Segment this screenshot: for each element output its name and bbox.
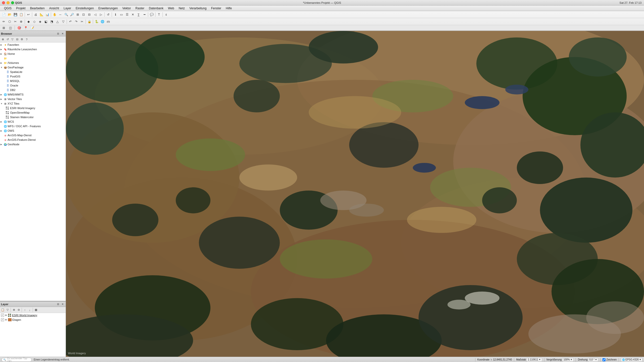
close-button[interactable] bbox=[2, 1, 5, 4]
browser-item-ows[interactable]: ▶ 🌐 OWS bbox=[0, 128, 66, 133]
toolbar-tips[interactable]: T bbox=[156, 12, 162, 17]
browser-item-stamen[interactable]: Stamen Watercolor bbox=[0, 115, 66, 119]
layer-visible-esri[interactable] bbox=[1, 314, 4, 317]
layer-remove[interactable]: ⊖ bbox=[16, 308, 21, 312]
toolbar-pan-map[interactable]: ↔ bbox=[58, 12, 63, 17]
menu-hilfe[interactable]: Hilfe bbox=[224, 6, 234, 11]
epsg-select[interactable]: 🌐 EPSG:4326 ▼ bbox=[621, 358, 642, 362]
menu-erweiterungen[interactable]: Erweiterungen bbox=[96, 6, 120, 11]
browser-item-osm[interactable]: OpenStreetMap bbox=[0, 110, 66, 115]
toolbar-node2[interactable]: ◇ bbox=[31, 19, 37, 24]
toolbar-node4[interactable]: ⬕ bbox=[43, 19, 49, 24]
toolbar-zoom-back[interactable]: ◁ bbox=[92, 12, 98, 17]
menu-verarbeitung[interactable]: Verarbeitung bbox=[187, 6, 209, 11]
toolbar-zoom-next[interactable]: ▷ bbox=[98, 12, 104, 17]
toolbar-edit1[interactable]: ↶ bbox=[68, 19, 73, 24]
browser-item-postgis[interactable]: 🗄 PostGIS bbox=[0, 74, 66, 79]
toolbar-digitize1[interactable]: ✏ bbox=[1, 19, 7, 24]
browser-item-vector-tiles[interactable]: ▶ ⊞ Vector Tiles bbox=[0, 97, 66, 101]
browser-item-wcs[interactable]: ▶ 🌐 WCS bbox=[0, 119, 66, 124]
browser-item-arcgis-map[interactable]: ◉ ArcGIS-Map-Dienst bbox=[0, 133, 66, 138]
browser-item-arcgis-feat[interactable]: ◉ ArcGIS-Feature-Dienst bbox=[0, 138, 66, 142]
toolbar-edit3[interactable]: ✂ bbox=[79, 19, 85, 24]
browser-item-geopackage[interactable]: ▼ 📦 GeoPackage bbox=[0, 65, 66, 70]
layer-open-attr[interactable]: 📋 bbox=[1, 308, 5, 312]
layer-add[interactable]: ⊕ bbox=[12, 308, 16, 312]
status-search[interactable]: 🔍 Zu suchender Typ (3€) bbox=[2, 358, 32, 362]
toolbar-deselect[interactable]: ✕ bbox=[130, 12, 136, 17]
browser-add[interactable]: ⊕ bbox=[1, 37, 5, 42]
browser-item-xyz[interactable]: ▼ ⊞ XYZ Tiles bbox=[0, 101, 66, 106]
browser-item-favoriten[interactable]: ▶ ★ Favoriten bbox=[0, 42, 66, 47]
layer-close-btn[interactable]: ✕ bbox=[61, 302, 65, 306]
toolbar-print[interactable]: 🖨 bbox=[33, 12, 38, 17]
toolbar-identify[interactable]: ℹ bbox=[113, 12, 118, 17]
toolbar-zoom-selection[interactable]: ⊟ bbox=[87, 12, 92, 17]
toolbar-annot[interactable]: 💬 bbox=[149, 12, 154, 17]
browser-filter[interactable]: ▽ bbox=[10, 37, 15, 42]
browser-item-spatialite[interactable]: 🗄 SpatiaLite bbox=[0, 70, 66, 74]
browser-refresh[interactable]: ↺ bbox=[5, 37, 10, 42]
menu-projekt[interactable]: Projekt bbox=[14, 6, 27, 11]
toolbar-attr[interactable]: 📝 bbox=[29, 25, 35, 31]
toolbar-zoom-in[interactable]: 🔍 bbox=[63, 12, 69, 17]
minimize-button[interactable] bbox=[7, 1, 10, 4]
toolbar-globe[interactable]: 🌐 bbox=[100, 19, 105, 24]
toolbar-select-feature[interactable]: ☰ bbox=[124, 12, 130, 17]
magnification-select[interactable]: 100% ▼ bbox=[562, 358, 574, 362]
menu-qgis[interactable]: QGIS bbox=[2, 6, 14, 11]
browser-item-oracle[interactable]: 🗄 Oracle bbox=[0, 83, 66, 88]
toolbar-reports[interactable]: 📊 bbox=[45, 12, 50, 17]
browser-item-volumes[interactable]: ▶ 📁 /Volumes bbox=[0, 61, 66, 65]
layer-item-esri[interactable]: 👁 ESRI World Imagery bbox=[0, 313, 66, 318]
layer-move-down[interactable]: ↓ bbox=[27, 308, 32, 312]
toolbar-ruler[interactable]: ━ bbox=[142, 12, 147, 17]
menu-layer[interactable]: Layer bbox=[62, 6, 73, 11]
toolbar-zoom-out[interactable]: 🔎 bbox=[69, 12, 75, 17]
toolbar-revert[interactable]: ↩ bbox=[26, 12, 31, 17]
browser-item-mssql[interactable]: 🗄 MSSQL bbox=[0, 79, 66, 83]
toolbar-new[interactable]: 📄 bbox=[1, 12, 7, 17]
menu-web[interactable]: Web bbox=[166, 6, 176, 11]
layer-filter[interactable]: ▽ bbox=[5, 308, 10, 312]
toolbar-node1[interactable]: ◆ bbox=[26, 19, 31, 24]
toolbar-pan[interactable]: ✋ bbox=[52, 12, 57, 17]
browser-item-empty[interactable]: 📁 bbox=[0, 56, 66, 61]
toolbar-node3[interactable]: ◈ bbox=[37, 19, 43, 24]
menu-vektor[interactable]: Vektor bbox=[120, 6, 133, 11]
rotation-select[interactable]: 0,0 ° ▼ bbox=[588, 358, 598, 362]
toolbar-save[interactable]: 💾 bbox=[13, 12, 18, 17]
browser-item-bookmarks[interactable]: ▶ 🔖 Räumliche Lesezeichen bbox=[0, 47, 66, 52]
toolbar-edit4[interactable]: 🔒 bbox=[87, 19, 92, 24]
map-area[interactable]: World Imagery bbox=[66, 31, 644, 357]
toolbar-stats[interactable]: ∑ bbox=[136, 12, 141, 17]
browser-help[interactable]: ? bbox=[24, 37, 29, 42]
menu-bearbeiten[interactable]: Bearbeiten bbox=[28, 6, 47, 11]
toolbar-db[interactable]: 🗃 bbox=[105, 19, 111, 24]
browser-item-geonode[interactable]: ▶ 🌍 GeoNode bbox=[0, 142, 66, 147]
layer-float-btn[interactable]: ⊡ bbox=[56, 302, 60, 306]
browser-float-btn[interactable]: ⊡ bbox=[56, 32, 60, 36]
menu-fenster[interactable]: Fenster bbox=[209, 6, 223, 11]
menu-datenbank[interactable]: Datenbank bbox=[147, 6, 166, 11]
menu-einstellungen[interactable]: Einstellungen bbox=[74, 6, 96, 11]
browser-props[interactable]: ⚙ bbox=[20, 37, 24, 42]
maximize-button[interactable] bbox=[11, 1, 14, 4]
toolbar-refresh[interactable]: ↺ bbox=[105, 12, 111, 17]
menu-netz[interactable]: Netz bbox=[177, 6, 187, 11]
toolbar-save-as[interactable]: 📋 bbox=[18, 12, 24, 17]
render-checkbox[interactable] bbox=[602, 358, 606, 361]
toolbar-select-layer[interactable]: 📍 bbox=[23, 25, 28, 31]
menu-raster[interactable]: Raster bbox=[133, 6, 146, 11]
toolbar-edit2[interactable]: ↷ bbox=[73, 19, 79, 24]
browser-item-wms[interactable]: ▶ 🌐 WMS/WMTS bbox=[0, 92, 66, 97]
toolbar-layout[interactable]: 📐 bbox=[39, 12, 44, 17]
toolbar-zoom-full[interactable]: ⊞ bbox=[75, 12, 80, 17]
browser-close-btn[interactable]: ✕ bbox=[61, 32, 65, 36]
toolbar-node6[interactable]: △ bbox=[55, 19, 60, 24]
toolbar-digitize3[interactable]: ✂ bbox=[13, 19, 18, 24]
browser-item-wfs[interactable]: 🌐 WFS / OGC API - Features bbox=[0, 124, 66, 128]
layer-group[interactable]: ▦ bbox=[34, 308, 38, 312]
toolbar-expr[interactable]: ε bbox=[164, 12, 169, 17]
scale-select[interactable]: 1:110611 ▼ bbox=[527, 358, 542, 362]
